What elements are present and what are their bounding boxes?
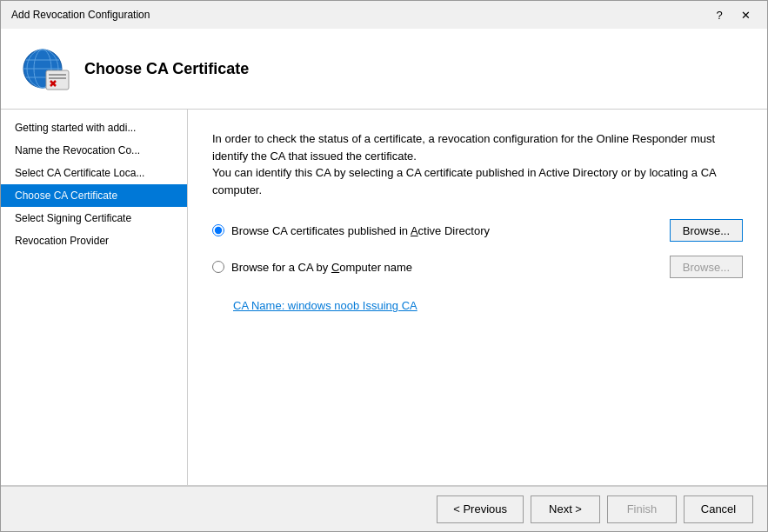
option2-row: Browse for a CA by Computer name Browse.…: [212, 256, 743, 278]
title-bar: Add Revocation Configuration ? ✕: [1, 1, 767, 29]
header-section: Choose CA Certificate: [1, 29, 767, 110]
main-content: In order to check the status of a certif…: [188, 110, 767, 485]
help-button[interactable]: ?: [708, 5, 731, 24]
svg-rect-8: [49, 77, 66, 79]
browse-active-directory-button[interactable]: Browse...: [670, 219, 743, 242]
close-button[interactable]: ✕: [734, 5, 757, 24]
sidebar-item-select-ca-cert[interactable]: Select CA Certificate Loca...: [1, 162, 187, 184]
ca-name-link[interactable]: CA Name: windows noob Issuing CA: [233, 299, 417, 312]
footer: < Previous Next > Finish Cancel: [1, 486, 767, 531]
option1-underline: A: [411, 224, 418, 237]
title-bar-buttons: ? ✕: [708, 5, 757, 24]
option2-underline: C: [331, 261, 339, 274]
ca-link-row: CA Name: windows noob Issuing CA: [212, 299, 743, 312]
option2-radio[interactable]: [212, 261, 224, 273]
description-text: In order to check the status of a certif…: [212, 130, 743, 198]
sidebar-item-name-revocation[interactable]: Name the Revocation Co...: [1, 139, 187, 162]
option2-label[interactable]: Browse for a CA by Computer name: [231, 261, 412, 274]
option2-left: Browse for a CA by Computer name: [212, 261, 412, 274]
sidebar-item-select-signing-cert[interactable]: Select Signing Certificate: [1, 207, 187, 229]
body-section: Getting started with addi... Name the Re…: [1, 110, 767, 485]
header-title: Choose CA Certificate: [84, 60, 249, 78]
previous-button[interactable]: < Previous: [437, 495, 524, 523]
next-button[interactable]: Next >: [531, 495, 600, 523]
finish-button[interactable]: Finish: [607, 495, 677, 523]
option1-label[interactable]: Browse CA certificates published in Acti…: [231, 224, 490, 237]
header-icon: [18, 43, 70, 95]
browse-computer-name-button[interactable]: Browse...: [670, 256, 743, 278]
option1-radio[interactable]: [212, 224, 224, 236]
sidebar-item-revocation-provider[interactable]: Revocation Provider: [1, 229, 187, 252]
cancel-button[interactable]: Cancel: [684, 495, 753, 523]
option1-row: Browse CA certificates published in Acti…: [212, 219, 743, 242]
svg-rect-6: [46, 70, 69, 90]
globe-cert-icon: [18, 43, 70, 95]
sidebar-item-getting-started[interactable]: Getting started with addi...: [1, 116, 187, 139]
dialog-title: Add Revocation Configuration: [11, 9, 150, 21]
svg-rect-7: [49, 74, 66, 76]
dialog: Add Revocation Configuration ? ✕: [0, 0, 768, 532]
sidebar-item-choose-ca-cert[interactable]: Choose CA Certificate: [1, 184, 187, 207]
sidebar: Getting started with addi... Name the Re…: [1, 110, 188, 485]
option1-left: Browse CA certificates published in Acti…: [212, 224, 490, 237]
